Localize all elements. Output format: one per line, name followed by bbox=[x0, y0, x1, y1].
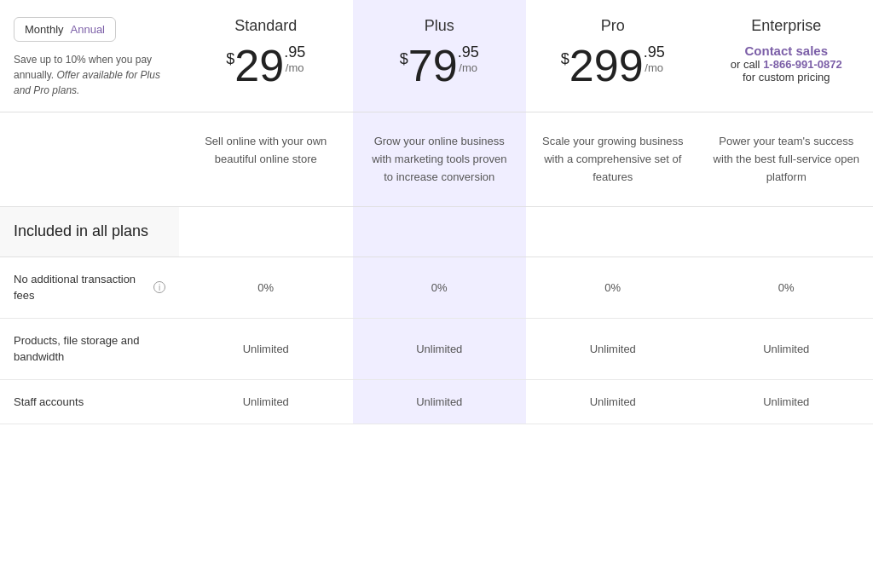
feature-value-1-1: Unlimited bbox=[353, 319, 527, 379]
section-header-row: Included in all plans bbox=[0, 207, 873, 257]
pricing-table: Monthly Annual Save up to 10% when you p… bbox=[0, 0, 873, 588]
feature-value-2-0: Unlimited bbox=[179, 380, 353, 424]
feature-value-1-2: Unlimited bbox=[526, 319, 700, 379]
pro-price-main: 299 bbox=[569, 43, 644, 88]
feature-value-2-3: Unlimited bbox=[700, 380, 874, 424]
feature-value-2-2: Unlimited bbox=[526, 380, 700, 424]
info-icon-0[interactable]: i bbox=[153, 281, 165, 293]
feature-value-0-2: 0% bbox=[526, 257, 700, 318]
standard-price: $ 29 .95 /mo bbox=[193, 43, 339, 88]
enterprise-description: Power your team's success with the best … bbox=[700, 112, 874, 206]
pro-price: $ 299 .95 /mo bbox=[540, 43, 686, 88]
standard-cents: .95 bbox=[284, 43, 305, 61]
pro-cents: .95 bbox=[644, 43, 665, 61]
monthly-option[interactable]: Monthly bbox=[25, 23, 64, 36]
section-title-cell: Included in all plans bbox=[0, 207, 179, 256]
description-row: Sell online with your own beautiful onli… bbox=[0, 112, 873, 207]
standard-header: Standard $ 29 .95 /mo bbox=[179, 0, 353, 112]
plus-header: Plus $ 79 .95 /mo bbox=[353, 0, 527, 112]
standard-period: /mo bbox=[284, 61, 305, 74]
contact-sales-link[interactable]: Contact sales bbox=[744, 43, 828, 58]
enterprise-header: Enterprise Contact sales or call 1-866-9… bbox=[700, 0, 874, 112]
enterprise-plan-name: Enterprise bbox=[714, 17, 860, 35]
feature-row-0: No additional transaction feesi0%0%0%0% bbox=[0, 257, 873, 319]
feature-value-0-1: 0% bbox=[353, 257, 527, 318]
enterprise-or-text: or call 1-866-991-0872 bbox=[714, 58, 860, 71]
plus-description: Grow your online business with marketing… bbox=[353, 112, 527, 206]
pro-dollar: $ bbox=[561, 50, 569, 68]
feature-row-2: Staff accountsUnlimitedUnlimitedUnlimite… bbox=[0, 380, 873, 425]
feature-label-0: No additional transaction feesi bbox=[0, 257, 179, 318]
plus-price-main: 79 bbox=[408, 43, 458, 88]
feature-value-2-1: Unlimited bbox=[353, 380, 527, 424]
enterprise-contact: Contact sales or call 1-866-991-0872 for… bbox=[714, 43, 860, 84]
plus-plan-name: Plus bbox=[367, 17, 513, 35]
section-filler-pro bbox=[526, 207, 700, 256]
feature-value-1-0: Unlimited bbox=[179, 319, 353, 379]
standard-description: Sell online with your own beautiful onli… bbox=[179, 112, 353, 206]
standard-cents-period: .95 /mo bbox=[284, 43, 305, 78]
feature-label-1: Products, file storage and bandwidth bbox=[0, 319, 179, 379]
features-container: No additional transaction feesi0%0%0%0%P… bbox=[0, 257, 873, 425]
feature-row-1: Products, file storage and bandwidthUnli… bbox=[0, 319, 873, 380]
plus-dollar: $ bbox=[400, 50, 408, 68]
standard-price-main: 29 bbox=[234, 43, 284, 88]
plus-cents-period: .95 /mo bbox=[458, 43, 479, 78]
plus-cents: .95 bbox=[458, 43, 479, 61]
section-filler-enterprise bbox=[700, 207, 874, 256]
plus-price: $ 79 .95 /mo bbox=[367, 43, 513, 88]
feature-value-0-0: 0% bbox=[179, 257, 353, 318]
billing-toggle[interactable]: Monthly Annual bbox=[14, 17, 116, 42]
pro-description: Scale your growing business with a compr… bbox=[526, 112, 700, 206]
standard-plan-name: Standard bbox=[193, 17, 339, 35]
enterprise-for-text: for custom pricing bbox=[714, 71, 860, 84]
section-title: Included in all plans bbox=[14, 221, 165, 242]
pro-cents-period: .95 /mo bbox=[644, 43, 665, 78]
pro-plan-name: Pro bbox=[540, 17, 686, 35]
section-filler-standard bbox=[179, 207, 353, 256]
save-text: Save up to 10% when you pay annually. Of… bbox=[14, 52, 165, 98]
pro-header: Pro $ 299 .95 /mo bbox=[526, 0, 700, 112]
billing-toggle-cell: Monthly Annual Save up to 10% when you p… bbox=[0, 0, 179, 112]
plus-period: /mo bbox=[458, 61, 479, 74]
feature-value-0-3: 0% bbox=[700, 257, 874, 318]
section-filler-plus bbox=[353, 207, 527, 256]
annual-option[interactable]: Annual bbox=[71, 23, 105, 36]
header-row: Monthly Annual Save up to 10% when you p… bbox=[0, 0, 873, 112]
feature-label-2: Staff accounts bbox=[0, 380, 179, 424]
standard-dollar: $ bbox=[226, 50, 234, 68]
description-left bbox=[0, 112, 179, 206]
enterprise-phone: 1-866-991-0872 bbox=[763, 58, 842, 71]
pro-period: /mo bbox=[644, 61, 665, 74]
feature-value-1-3: Unlimited bbox=[700, 319, 874, 379]
